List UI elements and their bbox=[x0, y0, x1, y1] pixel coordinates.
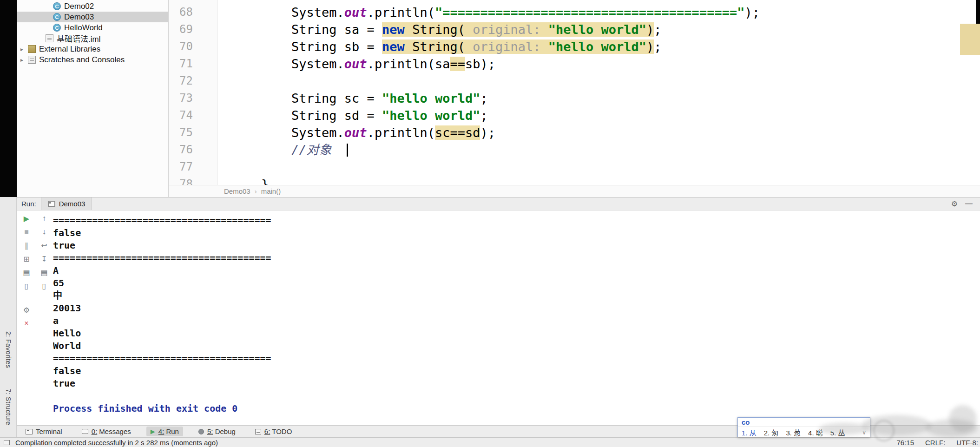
code-text bbox=[332, 143, 347, 157]
chevron-right-icon[interactable]: ▸ bbox=[20, 46, 28, 53]
stop-icon[interactable]: ■ bbox=[21, 227, 32, 237]
line-separator[interactable]: CRLF: bbox=[925, 439, 945, 447]
pause-output-icon[interactable]: ∥ bbox=[21, 240, 32, 250]
code-line-73[interactable]: String sc = "hello world"; bbox=[218, 90, 980, 107]
code-text: //对象 bbox=[291, 143, 332, 157]
ime-input: co bbox=[738, 418, 870, 427]
code-text: String sd = bbox=[231, 108, 382, 123]
code-text: ); bbox=[744, 5, 760, 20]
clear-all-icon[interactable]: ▯ bbox=[21, 281, 32, 291]
code-text bbox=[231, 143, 291, 157]
up-stack-trace-icon[interactable]: ↑ bbox=[39, 213, 50, 224]
code-line-77[interactable] bbox=[218, 158, 980, 176]
console-line: 20013 bbox=[53, 302, 975, 315]
tree-item-label: HelloWorld bbox=[64, 23, 103, 33]
code-text: System. bbox=[231, 5, 344, 20]
settings-icon[interactable]: ⚙ bbox=[21, 305, 32, 315]
code-text: new bbox=[382, 39, 405, 54]
ime-candidate[interactable]: 3. 葱 bbox=[786, 427, 801, 437]
tool-tab-run[interactable]: ▶4: Run bbox=[146, 427, 183, 436]
settings-gear-icon[interactable]: ⚙ bbox=[951, 199, 958, 208]
line-number: 71 bbox=[169, 55, 217, 72]
restore-layout-icon[interactable]: ⊞ bbox=[21, 254, 32, 264]
code-line-68[interactable]: System.out.println("====================… bbox=[218, 4, 980, 21]
code-line-71[interactable]: System.out.println(sa==sb); bbox=[218, 55, 980, 72]
run-toolbar-main: ▶■∥⊞▤▯⚙× bbox=[20, 213, 33, 329]
code-line-75[interactable]: System.out.println(sc==sd); bbox=[218, 124, 980, 141]
code-text: String sb = bbox=[231, 39, 382, 54]
console-output[interactable]: =======================================f… bbox=[53, 213, 975, 425]
editor-code[interactable]: System.out.println("====================… bbox=[218, 0, 980, 185]
caret-position[interactable]: 76:15 bbox=[896, 439, 914, 447]
code-text: ) bbox=[646, 39, 654, 54]
code-text: ; bbox=[654, 39, 661, 54]
code-text: String( bbox=[405, 39, 473, 54]
down-stack-trace-icon[interactable]: ↓ bbox=[39, 227, 50, 237]
tree-item-helloworld[interactable]: CHelloWorld bbox=[17, 22, 168, 33]
code-line-72[interactable] bbox=[218, 72, 980, 90]
soft-wrap-icon[interactable]: ↩ bbox=[39, 240, 50, 250]
terminal-icon bbox=[26, 429, 33, 434]
code-text: sc==sd bbox=[435, 125, 480, 140]
ime-candidate[interactable]: 5. 丛 bbox=[830, 427, 845, 437]
file-encoding[interactable]: UTF-8: bbox=[956, 439, 978, 447]
code-line-76[interactable]: //对象 bbox=[218, 141, 980, 158]
code-text: ); bbox=[480, 125, 495, 140]
tool-tab-label: 0: Messages bbox=[92, 427, 131, 435]
code-text: out bbox=[344, 57, 367, 71]
print-icon[interactable]: ▤ bbox=[39, 267, 50, 277]
code-line-78[interactable]: } bbox=[218, 176, 980, 185]
breadcrumb-item[interactable]: main() bbox=[261, 187, 281, 195]
code-text: .println( bbox=[367, 5, 435, 20]
console-line: true bbox=[53, 377, 975, 390]
code-text: .println( bbox=[367, 125, 435, 140]
scrollbar-highlight-mark bbox=[960, 24, 980, 55]
code-text: "hello world" bbox=[548, 22, 646, 37]
tree-item-demo02[interactable]: CDemo02 bbox=[17, 1, 168, 12]
code-line-70[interactable]: String sb = new String( original: "hello… bbox=[218, 38, 980, 55]
line-number: 73 bbox=[169, 90, 217, 107]
tool-tab-messages[interactable]: 0: Messages bbox=[78, 427, 135, 436]
code-text: new bbox=[382, 22, 405, 37]
todo-icon bbox=[255, 429, 261, 434]
tool-tab-debug[interactable]: 5: Debug bbox=[194, 427, 240, 436]
tree-item--iml[interactable]: 基础语法.iml bbox=[17, 33, 168, 44]
console-line: ======================================= bbox=[53, 352, 975, 365]
ime-more-icon[interactable]: ∨ bbox=[862, 429, 866, 436]
close-icon[interactable]: × bbox=[21, 318, 32, 329]
tool-button-structure[interactable]: 7: Structure bbox=[0, 380, 17, 434]
ime-candidate[interactable]: 1. 从 bbox=[742, 427, 756, 437]
run-tab-demo03[interactable]: Demo03 bbox=[41, 197, 92, 210]
run-tab-label: Demo03 bbox=[59, 200, 86, 208]
scroll-to-end-icon[interactable]: ↧ bbox=[39, 254, 50, 264]
chevron-right-icon[interactable]: ▸ bbox=[20, 57, 28, 63]
ime-candidate[interactable]: 2. 匆 bbox=[764, 427, 779, 437]
tool-stripe-toggle-icon[interactable] bbox=[4, 440, 10, 445]
ime-candidate[interactable]: 4. 聪 bbox=[808, 427, 823, 437]
tool-button-favorites[interactable]: 2: Favorites bbox=[0, 322, 17, 378]
clear-console-icon[interactable]: ▯ bbox=[39, 281, 50, 291]
console-line: a bbox=[53, 315, 975, 327]
ide-window: 6869707172737475767778 System.out.printl… bbox=[0, 0, 980, 447]
code-text: .println(sa bbox=[367, 57, 450, 71]
pin-tab-icon[interactable]: ▤ bbox=[21, 267, 32, 277]
tree-item-label: Demo02 bbox=[64, 2, 94, 11]
tree-item-scratches-and-consoles[interactable]: ▸Scratches and Consoles bbox=[17, 54, 168, 65]
code-line-69[interactable]: String sa = new String( original: "hello… bbox=[218, 21, 980, 38]
breadcrumb-item[interactable]: Demo03 bbox=[224, 187, 250, 195]
scratches-icon bbox=[28, 56, 36, 64]
console-icon bbox=[48, 201, 55, 207]
console-line: 中 bbox=[53, 289, 975, 302]
rerun-icon[interactable]: ▶ bbox=[21, 213, 32, 224]
tool-tab-terminal[interactable]: Terminal bbox=[21, 427, 66, 436]
ime-candidates: 1. 从2. 匆3. 葱4. 聪5. 丛∨ bbox=[738, 427, 870, 438]
hide-panel-icon[interactable]: — bbox=[965, 199, 973, 208]
line-number: 74 bbox=[169, 107, 217, 124]
tool-tab-todo[interactable]: 6: TODO bbox=[251, 427, 296, 436]
code-line-74[interactable]: String sd = "hello world"; bbox=[218, 107, 980, 124]
code-text: System. bbox=[231, 125, 344, 140]
run-title: Run: bbox=[21, 200, 36, 208]
tree-item-demo03[interactable]: CDemo03 bbox=[17, 12, 168, 22]
tree-item-external-libraries[interactable]: ▸External Libraries bbox=[17, 44, 168, 54]
console-line: Process finished with exit code 0 bbox=[53, 402, 975, 415]
